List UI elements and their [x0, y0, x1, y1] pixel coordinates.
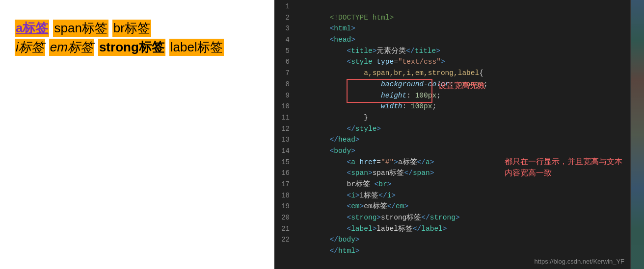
preview-br-tag: br标签	[112, 20, 151, 37]
preview-em-tag: em标签	[49, 39, 94, 56]
preview-panel: a标签 span标签 br标签 i标签 em标签 strong标签 label标…	[0, 0, 275, 269]
watermark: https://blog.csdn.net/Kerwin_YF	[534, 258, 624, 265]
annotation-inline-display-line1: 都只在一行显示，并且宽高与文本	[505, 157, 622, 167]
code-line-1: <!DOCTYPE html>	[294, 1, 630, 12]
preview-label-tag: label标签	[169, 39, 224, 56]
code-content: <!DOCTYPE html> <html> <head> <title>元素分…	[294, 0, 630, 269]
preview-i-tag: i标签	[15, 39, 45, 56]
preview-span-tag: span标签	[53, 20, 108, 37]
preview-line2: i标签 em标签 strong标签 label标签	[15, 39, 224, 56]
annotation-height-width: 设置宽高无效	[438, 81, 485, 91]
minimap	[630, 0, 644, 269]
code-editor-panel: 12345 678910 1112131415 1617181920 2122 …	[275, 0, 644, 269]
preview-a-tag: a标签	[15, 20, 49, 37]
line-numbers: 12345 678910 1112131415 1617181920 2122	[275, 0, 294, 269]
minimap-content	[631, 0, 644, 269]
code-area: 12345 678910 1112131415 1617181920 2122 …	[275, 0, 644, 269]
preview-content: a标签 span标签 br标签 i标签 em标签 strong标签 label标…	[15, 20, 224, 56]
annotation-inline-display-line2: 内容宽高一致	[505, 168, 552, 178]
preview-strong-tag: strong标签	[98, 39, 165, 56]
preview-line1: a标签 span标签 br标签	[15, 20, 224, 37]
